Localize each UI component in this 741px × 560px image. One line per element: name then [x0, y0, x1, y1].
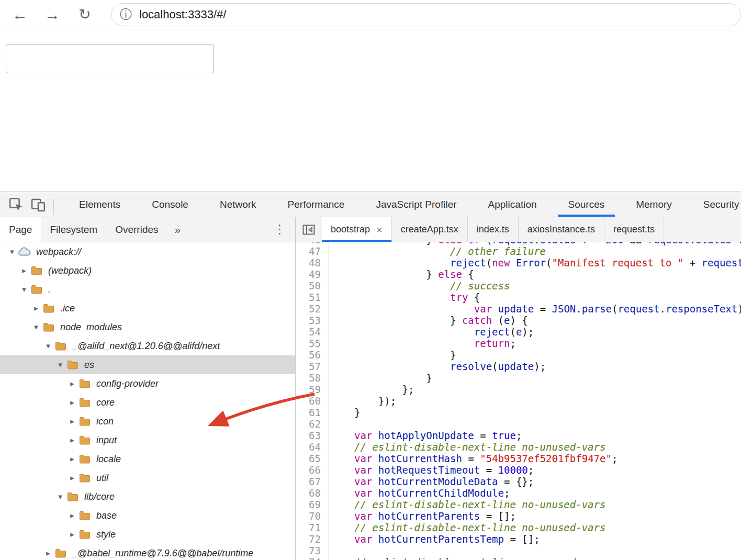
tree-item-config-provider[interactable]: ▸config-provider	[0, 374, 295, 393]
chevron-down-icon[interactable]: ▾	[18, 285, 30, 294]
device-toolbar-button[interactable]	[29, 196, 47, 214]
chevron-down-icon[interactable]: ▾	[54, 492, 66, 501]
source-tab-axiosinstance-ts[interactable]: axiosInstance.ts	[519, 217, 604, 242]
inspect-element-button[interactable]	[7, 196, 25, 214]
code-text: // eslint-disable-next-line no-unused-va…	[328, 556, 605, 560]
line-number[interactable]: 52	[296, 303, 328, 315]
tree-item-input[interactable]: ▸input	[0, 431, 295, 450]
screen: ← → ↻ ⓘ localhost:3333/#/	[0, 0, 741, 560]
line-number[interactable]: 59	[296, 384, 328, 395]
line-number[interactable]: 56	[296, 349, 328, 361]
devtools-tab-elements[interactable]: Elements	[63, 192, 136, 217]
line-number[interactable]: 73	[296, 545, 328, 556]
navigator-tab-filesystem[interactable]: Filesystem	[41, 217, 106, 242]
line-number[interactable]: 67	[296, 476, 328, 487]
address-bar[interactable]: ⓘ localhost:3333/#/	[111, 3, 741, 26]
line-number[interactable]: 68	[296, 487, 328, 499]
chevron-right-icon[interactable]: ▸	[66, 454, 78, 464]
chevron-down-icon[interactable]: ▾	[42, 341, 54, 351]
devtools-tab-sources[interactable]: Sources	[553, 192, 621, 217]
navigator-tab-page[interactable]: Page	[0, 217, 41, 242]
code-line: 67var hotCurrentModuleData = {};	[296, 476, 741, 487]
tree-item-ice[interactable]: ▸.ice	[0, 299, 295, 318]
source-tab-index-ts[interactable]: index.ts	[468, 217, 519, 242]
chevron-down-icon[interactable]: ▾	[6, 247, 18, 256]
line-number[interactable]: 71	[296, 522, 328, 533]
chevron-right-icon[interactable]: ▸	[66, 530, 78, 539]
chevron-right-icon[interactable]: ▸	[66, 435, 78, 445]
line-number[interactable]: 55	[296, 338, 328, 349]
line-number[interactable]: 64	[296, 441, 328, 453]
back-button[interactable]: ←	[8, 3, 31, 26]
devtools-tab-console[interactable]: Console	[136, 192, 204, 217]
more-tabs-button[interactable]: »	[167, 217, 188, 242]
line-number[interactable]: 74	[296, 556, 328, 560]
chevron-right-icon[interactable]: ▸	[66, 417, 78, 426]
devtools-tab-security[interactable]: Security	[688, 192, 741, 217]
source-tab-bootstrap[interactable]: bootstrap×	[322, 217, 392, 242]
chevron-right-icon[interactable]: ▸	[66, 511, 78, 520]
devtools-tab-memory[interactable]: Memory	[620, 192, 688, 217]
line-number[interactable]: 72	[296, 533, 328, 545]
devtools-tab-performance[interactable]: Performance	[272, 192, 361, 217]
line-number[interactable]: 53	[296, 315, 328, 326]
line-number[interactable]: 48	[296, 257, 328, 268]
chevron-right-icon[interactable]: ▸	[66, 398, 78, 407]
line-number[interactable]: 50	[296, 280, 328, 292]
code-line: 60 });	[296, 395, 741, 407]
tree-item-babel-runtime-7-9-6-babel-runtime[interactable]: ▸_@babel_runtime@7.9.6@@babel/runtime	[0, 544, 295, 560]
chevron-right-icon[interactable]: ▸	[66, 379, 78, 388]
code-line: 73	[296, 545, 741, 556]
code-text: reject(e);	[328, 326, 534, 338]
line-number[interactable]: 51	[296, 292, 328, 303]
line-number[interactable]: 66	[296, 464, 328, 476]
source-tab-request-ts[interactable]: request.ts	[604, 217, 664, 242]
line-number[interactable]: 62	[296, 418, 328, 430]
line-number[interactable]: 65	[296, 453, 328, 464]
line-number[interactable]: 60	[296, 395, 328, 407]
chevron-down-icon[interactable]: ▾	[54, 360, 66, 369]
line-number[interactable]: 58	[296, 372, 328, 384]
code-editor[interactable]: 46 } else if (request.status !== 200 && …	[296, 242, 741, 560]
tree-item-es[interactable]: ▾es	[0, 355, 295, 374]
tree-item-style[interactable]: ▸style	[0, 525, 295, 544]
tree-item-item[interactable]: ▾.	[0, 280, 295, 299]
navigator-overflow-menu-button[interactable]: ⋮	[274, 217, 286, 242]
chevron-right-icon[interactable]: ▸	[42, 548, 54, 558]
devtools-tab-application[interactable]: Application	[473, 192, 553, 217]
tree-item-base[interactable]: ▸base	[0, 506, 295, 525]
devtools-tab-javascript-profiler[interactable]: JavaScript Profiler	[360, 192, 472, 217]
tree-item-locale[interactable]: ▸locale	[0, 450, 295, 468]
tree-item-util[interactable]: ▸util	[0, 468, 295, 487]
line-number[interactable]: 70	[296, 510, 328, 522]
line-number[interactable]: 49	[296, 268, 328, 280]
line-number[interactable]: 57	[296, 361, 328, 372]
toggle-navigator-button[interactable]	[296, 217, 322, 242]
close-icon[interactable]: ×	[376, 225, 383, 235]
chevron-right-icon[interactable]: ▸	[66, 473, 78, 483]
forward-button[interactable]: →	[41, 3, 64, 26]
tree-item-webpack[interactable]: ▸(webpack)	[0, 261, 295, 280]
source-tab-createapp-tsx[interactable]: createApp.tsx	[392, 217, 468, 242]
tree-item-alifd-next-1-20-6-alifd-next[interactable]: ▾_@alifd_next@1.20.6@@alifd/next	[0, 337, 295, 355]
line-number[interactable]: 47	[296, 245, 328, 257]
navigator-tab-overrides[interactable]: Overrides	[106, 217, 167, 242]
line-number[interactable]: 69	[296, 499, 328, 510]
chevron-right-icon[interactable]: ▸	[30, 304, 42, 313]
tree-item-core[interactable]: ▸core	[0, 393, 295, 412]
reload-button[interactable]: ↻	[73, 3, 96, 26]
tree-item-label: webpack://	[36, 247, 81, 257]
line-number[interactable]: 61	[296, 407, 328, 418]
tree-item-node-modules[interactable]: ▾node_modules	[0, 318, 295, 337]
tree-item-icon[interactable]: ▸icon	[0, 412, 295, 431]
line-number[interactable]: 54	[296, 326, 328, 338]
devtools-tab-network[interactable]: Network	[204, 192, 272, 217]
page-text-input[interactable]	[6, 44, 214, 73]
tree-item-webpack[interactable]: ▾webpack://	[0, 242, 295, 261]
line-number[interactable]: 63	[296, 430, 328, 441]
chevron-right-icon[interactable]: ▸	[18, 266, 30, 275]
code-text: var hotCurrentParentsTemp = [];	[328, 533, 540, 545]
tree-item-lib-core[interactable]: ▾lib/core	[0, 487, 295, 506]
chevron-down-icon[interactable]: ▾	[30, 322, 42, 332]
page-info-icon[interactable]: ⓘ	[120, 6, 132, 23]
